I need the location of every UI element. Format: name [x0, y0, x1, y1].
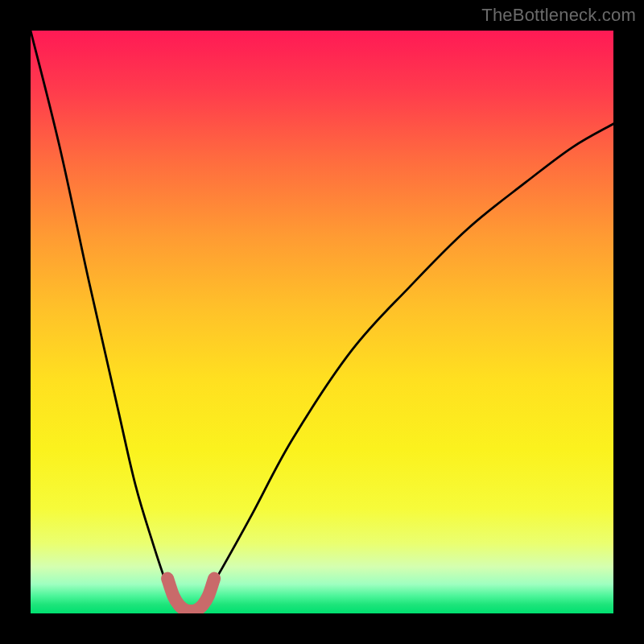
highlight-minimum	[167, 579, 214, 612]
chart-frame: TheBottleneck.com	[0, 0, 644, 644]
chart-svg	[31, 31, 613, 613]
chart-plot-area	[31, 31, 613, 613]
bottleneck-curve	[31, 31, 613, 611]
watermark-text: TheBottleneck.com	[481, 5, 636, 26]
